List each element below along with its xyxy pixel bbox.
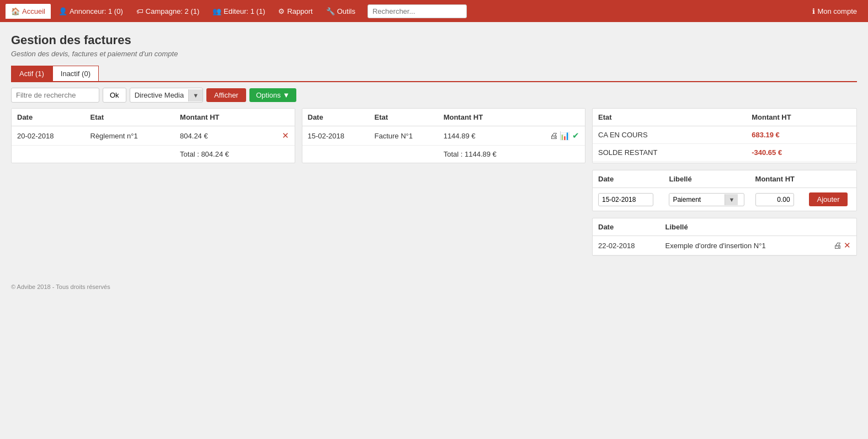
payment-col-date: Date — [593, 170, 663, 188]
payment-col-montant: Montant HT — [750, 170, 804, 188]
nav-campagne-label: Campagne: 2 (1) — [146, 7, 200, 15]
stats-label-ca: CA EN COURS — [593, 126, 746, 144]
col-etat-left: Etat — [85, 109, 175, 126]
col-montant-left: Montant HT — [174, 109, 267, 126]
nav-accueil-label: Accueil — [22, 7, 45, 15]
factures-panel: Date Etat Montant HT 15-02-2018 Facture … — [302, 108, 586, 163]
table-row: 22-02-2018 Exemple d'ordre d'insertion N… — [593, 236, 856, 255]
annonceur-icon: 👤 — [58, 7, 67, 15]
col-action-mid — [528, 109, 585, 126]
libelle-dropdown-arrow[interactable]: ▼ — [725, 194, 738, 205]
cell-date: 20-02-2018 — [12, 126, 85, 146]
stats-row-ca: CA EN COURS 683.19 € — [593, 126, 856, 144]
col-action-left — [267, 109, 295, 126]
stats-col-montant: Montant HT — [746, 109, 856, 126]
tab-actif[interactable]: Actif (1) — [11, 66, 52, 81]
col-etat-mid: Etat — [369, 109, 438, 126]
col-date-mid: Date — [302, 109, 369, 126]
nav-rapport-label: Rapport — [287, 7, 312, 15]
order-print-icon[interactable]: 🖨 — [833, 240, 842, 250]
payment-date-input[interactable] — [598, 193, 653, 206]
panels-row: Date Etat Montant HT 20-02-2018 Règlemen… — [11, 108, 857, 163]
payment-col-action — [803, 170, 856, 188]
table-row: 15-02-2018 Facture N°1 1144.89 € 🖨 📊 ✔ — [302, 126, 585, 146]
payment-amount-cell — [750, 188, 804, 211]
print-icon[interactable]: 🖨 — [550, 131, 558, 140]
order-col-date: Date — [593, 218, 660, 236]
order-delete-icon[interactable]: ✕ — [844, 240, 851, 250]
payment-panel: Date Libellé Montant HT — [592, 170, 857, 211]
col-montant-mid: Montant HT — [438, 109, 528, 126]
nav-outils[interactable]: 🔧 Outils — [321, 4, 361, 19]
total-value-mid: Total : 1144.89 € — [438, 146, 528, 163]
delete-icon[interactable]: ✕ — [282, 131, 289, 140]
filter-bar: Ok Directive Media ▼ Afficher Options ▼ — [11, 82, 857, 108]
stats-col-etat: Etat — [593, 109, 746, 126]
account-dropdown-arrow[interactable]: ▼ — [188, 89, 203, 101]
nav-rapport[interactable]: ⚙ Rapport — [273, 4, 318, 19]
total-label-left — [12, 146, 174, 163]
stats-value-solde: -340.65 € — [746, 144, 856, 162]
nav-campagne[interactable]: 🏷 Campagne: 2 (1) — [131, 4, 205, 19]
nav-outils-label: Outils — [337, 7, 355, 15]
chart-icon[interactable]: 📊 — [560, 131, 570, 140]
stats-value-ca: 683.19 € — [746, 126, 856, 144]
editeur-icon: 👥 — [212, 7, 221, 15]
payment-date-cell — [593, 188, 663, 211]
options-button[interactable]: Options ▼ — [249, 88, 296, 102]
payment-col-libelle: Libellé — [663, 170, 749, 188]
nav-annonceur[interactable]: 👤 Annonceur: 1 (0) — [53, 4, 129, 19]
total-row: Total : 804.24 € — [12, 146, 295, 163]
order-libelle: Exemple d'ordre d'insertion N°1 — [660, 236, 817, 255]
cell-actions-mid: 🖨 📊 ✔ — [528, 126, 585, 146]
payment-amount-input[interactable] — [755, 193, 794, 206]
nav-editeur[interactable]: 👥 Editeur: 1 (1) — [207, 4, 270, 19]
ok-button[interactable]: Ok — [103, 88, 126, 103]
cell-etat: Règlement n°1 — [85, 126, 175, 146]
lower-section: Date Libellé Montant HT — [11, 170, 857, 256]
orders-panel: Date Libellé 22-02-2018 Exemple d'ordre … — [592, 218, 857, 256]
reglements-panel: Date Etat Montant HT 20-02-2018 Règlemen… — [11, 108, 295, 163]
cell-etat-mid: Facture N°1 — [369, 126, 438, 146]
account-selected-label: Directive Media — [130, 88, 189, 102]
stats-row-solde: SOLDE RESTANT -340.65 € — [593, 144, 856, 162]
table-row: 20-02-2018 Règlement n°1 804.24 € ✕ — [12, 126, 295, 146]
payment-libelle-select[interactable]: Paiement Remboursement Avoir — [669, 194, 725, 206]
order-actions: 🖨 ✕ — [816, 236, 856, 255]
stats-label-solde: SOLDE RESTANT — [593, 144, 746, 162]
order-date: 22-02-2018 — [593, 236, 660, 255]
nav-editeur-label: Editeur: 1 (1) — [223, 7, 265, 15]
footer: © Advibe 2018 - Tous droits réservés — [11, 278, 857, 296]
info-icon: ℹ — [812, 7, 815, 15]
payment-form-row: Paiement Remboursement Avoir ▼ — [593, 188, 856, 211]
filter-input[interactable] — [11, 88, 99, 103]
cell-action: ✕ — [267, 126, 295, 146]
afficher-button[interactable]: Afficher — [206, 88, 246, 102]
payment-libelle-cell: Paiement Remboursement Avoir ▼ — [663, 188, 749, 211]
cell-montant: 804.24 € — [174, 126, 267, 146]
ajouter-button[interactable]: Ajouter — [809, 192, 847, 206]
account-dropdown[interactable]: Directive Media ▼ — [130, 88, 203, 103]
total-row-mid: Total : 1144.89 € — [302, 146, 585, 163]
nav-annonceur-label: Annonceur: 1 (0) — [70, 7, 123, 15]
main-content: Gestion des factures Gestion des devis, … — [0, 22, 868, 439]
mon-compte-label: Mon compte — [817, 7, 857, 15]
search-input[interactable] — [368, 4, 467, 18]
tab-inactif[interactable]: Inactif (0) — [52, 66, 99, 81]
page-title: Gestion des factures — [11, 33, 857, 47]
rapport-icon: ⚙ — [278, 7, 285, 15]
home-icon: 🏠 — [11, 7, 20, 15]
col-date-left: Date — [12, 109, 85, 126]
lower-right: Date Libellé Montant HT — [592, 170, 857, 256]
page-subtitle: Gestion des devis, factures et paiement … — [11, 50, 857, 58]
payment-libelle-dropdown[interactable]: Paiement Remboursement Avoir ▼ — [669, 193, 744, 206]
footer-text: © Advibe 2018 - Tous droits réservés — [11, 283, 110, 290]
campagne-icon: 🏷 — [136, 7, 143, 15]
nav-mon-compte[interactable]: ℹ Mon compte — [807, 4, 862, 19]
check-icon[interactable]: ✔ — [572, 131, 579, 140]
nav-accueil[interactable]: 🏠 Accueil — [6, 4, 51, 19]
total-value-left: Total : 804.24 € — [174, 146, 267, 163]
outils-icon: 🔧 — [326, 7, 335, 15]
cell-date-mid: 15-02-2018 — [302, 126, 369, 146]
stats-panel: Etat Montant HT CA EN COURS 683.19 € SOL… — [592, 108, 857, 163]
